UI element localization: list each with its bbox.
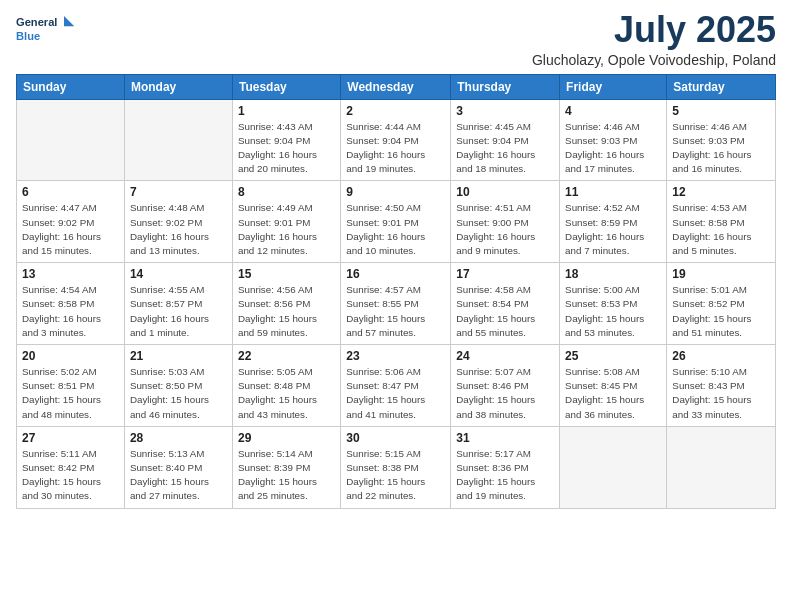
day-info: Sunrise: 5:14 AM Sunset: 8:39 PM Dayligh… (238, 447, 335, 504)
col-header-monday: Monday (124, 74, 232, 99)
day-info: Sunrise: 4:44 AM Sunset: 9:04 PM Dayligh… (346, 120, 445, 177)
day-number: 30 (346, 431, 445, 445)
calendar-table: SundayMondayTuesdayWednesdayThursdayFrid… (16, 74, 776, 509)
calendar-cell: 11Sunrise: 4:52 AM Sunset: 8:59 PM Dayli… (560, 181, 667, 263)
day-info: Sunrise: 4:53 AM Sunset: 8:58 PM Dayligh… (672, 201, 770, 258)
day-info: Sunrise: 4:58 AM Sunset: 8:54 PM Dayligh… (456, 283, 554, 340)
col-header-saturday: Saturday (667, 74, 776, 99)
day-number: 26 (672, 349, 770, 363)
calendar-cell: 31Sunrise: 5:17 AM Sunset: 8:36 PM Dayli… (451, 426, 560, 508)
day-info: Sunrise: 5:10 AM Sunset: 8:43 PM Dayligh… (672, 365, 770, 422)
day-info: Sunrise: 5:13 AM Sunset: 8:40 PM Dayligh… (130, 447, 227, 504)
day-number: 2 (346, 104, 445, 118)
day-info: Sunrise: 5:08 AM Sunset: 8:45 PM Dayligh… (565, 365, 661, 422)
logo-svg: General Blue (16, 10, 76, 46)
day-number: 10 (456, 185, 554, 199)
calendar-cell (560, 426, 667, 508)
calendar-header-row: SundayMondayTuesdayWednesdayThursdayFrid… (17, 74, 776, 99)
calendar-cell: 19Sunrise: 5:01 AM Sunset: 8:52 PM Dayli… (667, 263, 776, 345)
title-block: July 2025 Glucholazy, Opole Voivodeship,… (532, 10, 776, 68)
calendar-cell: 12Sunrise: 4:53 AM Sunset: 8:58 PM Dayli… (667, 181, 776, 263)
svg-text:Blue: Blue (16, 30, 40, 42)
week-row-3: 13Sunrise: 4:54 AM Sunset: 8:58 PM Dayli… (17, 263, 776, 345)
day-number: 3 (456, 104, 554, 118)
day-info: Sunrise: 4:55 AM Sunset: 8:57 PM Dayligh… (130, 283, 227, 340)
calendar-cell: 8Sunrise: 4:49 AM Sunset: 9:01 PM Daylig… (232, 181, 340, 263)
day-number: 8 (238, 185, 335, 199)
calendar-cell: 29Sunrise: 5:14 AM Sunset: 8:39 PM Dayli… (232, 426, 340, 508)
day-info: Sunrise: 4:48 AM Sunset: 9:02 PM Dayligh… (130, 201, 227, 258)
day-info: Sunrise: 4:54 AM Sunset: 8:58 PM Dayligh… (22, 283, 119, 340)
calendar-cell: 23Sunrise: 5:06 AM Sunset: 8:47 PM Dayli… (341, 345, 451, 427)
calendar-cell: 4Sunrise: 4:46 AM Sunset: 9:03 PM Daylig… (560, 99, 667, 181)
day-number: 25 (565, 349, 661, 363)
day-number: 20 (22, 349, 119, 363)
calendar-cell: 5Sunrise: 4:46 AM Sunset: 9:03 PM Daylig… (667, 99, 776, 181)
day-info: Sunrise: 5:15 AM Sunset: 8:38 PM Dayligh… (346, 447, 445, 504)
week-row-4: 20Sunrise: 5:02 AM Sunset: 8:51 PM Dayli… (17, 345, 776, 427)
header: General Blue July 2025 Glucholazy, Opole… (16, 10, 776, 68)
calendar-cell (667, 426, 776, 508)
day-number: 14 (130, 267, 227, 281)
calendar-cell: 24Sunrise: 5:07 AM Sunset: 8:46 PM Dayli… (451, 345, 560, 427)
day-info: Sunrise: 4:43 AM Sunset: 9:04 PM Dayligh… (238, 120, 335, 177)
calendar-cell: 14Sunrise: 4:55 AM Sunset: 8:57 PM Dayli… (124, 263, 232, 345)
calendar-cell: 3Sunrise: 4:45 AM Sunset: 9:04 PM Daylig… (451, 99, 560, 181)
day-number: 11 (565, 185, 661, 199)
day-number: 7 (130, 185, 227, 199)
calendar-cell: 30Sunrise: 5:15 AM Sunset: 8:38 PM Dayli… (341, 426, 451, 508)
day-info: Sunrise: 4:49 AM Sunset: 9:01 PM Dayligh… (238, 201, 335, 258)
col-header-sunday: Sunday (17, 74, 125, 99)
col-header-tuesday: Tuesday (232, 74, 340, 99)
calendar-cell: 9Sunrise: 4:50 AM Sunset: 9:01 PM Daylig… (341, 181, 451, 263)
calendar-cell: 2Sunrise: 4:44 AM Sunset: 9:04 PM Daylig… (341, 99, 451, 181)
day-number: 24 (456, 349, 554, 363)
calendar-cell: 28Sunrise: 5:13 AM Sunset: 8:40 PM Dayli… (124, 426, 232, 508)
day-number: 17 (456, 267, 554, 281)
day-info: Sunrise: 5:07 AM Sunset: 8:46 PM Dayligh… (456, 365, 554, 422)
page: General Blue July 2025 Glucholazy, Opole… (0, 0, 792, 612)
day-info: Sunrise: 5:01 AM Sunset: 8:52 PM Dayligh… (672, 283, 770, 340)
day-info: Sunrise: 4:45 AM Sunset: 9:04 PM Dayligh… (456, 120, 554, 177)
calendar-cell: 27Sunrise: 5:11 AM Sunset: 8:42 PM Dayli… (17, 426, 125, 508)
calendar-cell: 25Sunrise: 5:08 AM Sunset: 8:45 PM Dayli… (560, 345, 667, 427)
day-info: Sunrise: 4:56 AM Sunset: 8:56 PM Dayligh… (238, 283, 335, 340)
calendar-cell: 17Sunrise: 4:58 AM Sunset: 8:54 PM Dayli… (451, 263, 560, 345)
week-row-2: 6Sunrise: 4:47 AM Sunset: 9:02 PM Daylig… (17, 181, 776, 263)
day-number: 15 (238, 267, 335, 281)
day-number: 31 (456, 431, 554, 445)
subtitle: Glucholazy, Opole Voivodeship, Poland (532, 52, 776, 68)
day-number: 19 (672, 267, 770, 281)
day-number: 29 (238, 431, 335, 445)
calendar-cell: 21Sunrise: 5:03 AM Sunset: 8:50 PM Dayli… (124, 345, 232, 427)
day-info: Sunrise: 4:50 AM Sunset: 9:01 PM Dayligh… (346, 201, 445, 258)
calendar-cell: 1Sunrise: 4:43 AM Sunset: 9:04 PM Daylig… (232, 99, 340, 181)
day-number: 28 (130, 431, 227, 445)
calendar-cell: 16Sunrise: 4:57 AM Sunset: 8:55 PM Dayli… (341, 263, 451, 345)
day-number: 13 (22, 267, 119, 281)
day-number: 18 (565, 267, 661, 281)
day-number: 23 (346, 349, 445, 363)
day-info: Sunrise: 5:02 AM Sunset: 8:51 PM Dayligh… (22, 365, 119, 422)
day-info: Sunrise: 4:47 AM Sunset: 9:02 PM Dayligh… (22, 201, 119, 258)
calendar-cell: 15Sunrise: 4:56 AM Sunset: 8:56 PM Dayli… (232, 263, 340, 345)
calendar-cell: 26Sunrise: 5:10 AM Sunset: 8:43 PM Dayli… (667, 345, 776, 427)
day-number: 16 (346, 267, 445, 281)
day-info: Sunrise: 5:11 AM Sunset: 8:42 PM Dayligh… (22, 447, 119, 504)
calendar-cell: 13Sunrise: 4:54 AM Sunset: 8:58 PM Dayli… (17, 263, 125, 345)
day-number: 22 (238, 349, 335, 363)
day-number: 1 (238, 104, 335, 118)
week-row-1: 1Sunrise: 4:43 AM Sunset: 9:04 PM Daylig… (17, 99, 776, 181)
col-header-friday: Friday (560, 74, 667, 99)
day-number: 27 (22, 431, 119, 445)
day-number: 6 (22, 185, 119, 199)
month-title: July 2025 (532, 10, 776, 50)
calendar-cell (17, 99, 125, 181)
svg-marker-2 (64, 16, 74, 26)
week-row-5: 27Sunrise: 5:11 AM Sunset: 8:42 PM Dayli… (17, 426, 776, 508)
calendar-cell: 10Sunrise: 4:51 AM Sunset: 9:00 PM Dayli… (451, 181, 560, 263)
day-info: Sunrise: 5:06 AM Sunset: 8:47 PM Dayligh… (346, 365, 445, 422)
calendar-cell: 18Sunrise: 5:00 AM Sunset: 8:53 PM Dayli… (560, 263, 667, 345)
day-number: 12 (672, 185, 770, 199)
day-info: Sunrise: 4:51 AM Sunset: 9:00 PM Dayligh… (456, 201, 554, 258)
